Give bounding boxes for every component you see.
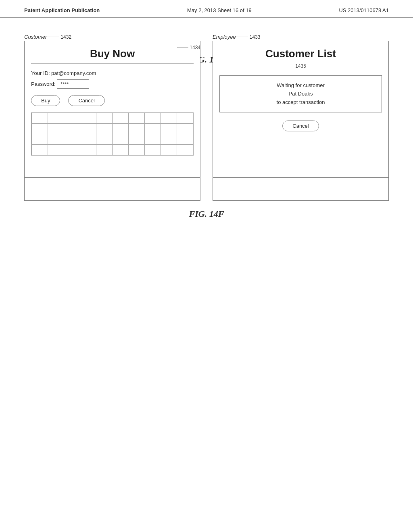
employee-screen-1433: Employee 1433 Customer List 1435 Waiting… <box>213 34 389 178</box>
cancel-button-employee-1433[interactable]: Cancel <box>282 121 319 131</box>
figure-14e-section: Customer 1432 Buy Now Your ID: pat@compa… <box>24 34 389 65</box>
screen-number-1432: 1432 <box>47 34 71 40</box>
keyboard-grid[interactable] <box>31 112 194 156</box>
cancel-button-customer[interactable]: Cancel <box>68 95 104 106</box>
keyboard-table <box>31 113 193 155</box>
keyboard-row-1 <box>32 113 193 124</box>
page-header: Patent Application Publication May 2, 20… <box>0 0 413 18</box>
main-content: Customer 1432 Buy Now Your ID: pat@compa… <box>0 18 413 251</box>
divider-1 <box>31 63 194 64</box>
employee-screen-box-1433: Customer List 1435 Waiting for customer … <box>213 41 389 178</box>
header-patent-number: US 2013/0110678 A1 <box>339 7 389 13</box>
id-field: Your ID: pat@company.com <box>31 70 194 76</box>
employee-label: Employee <box>213 34 236 40</box>
figure-14f-caption: FIG. 14F <box>24 209 389 219</box>
password-input[interactable]: **** <box>57 79 89 89</box>
header-date-sheet: May 2, 2013 Sheet 16 of 19 <box>187 7 252 13</box>
customer-label: Customer <box>24 34 47 40</box>
buy-button[interactable]: Buy <box>31 95 60 106</box>
subtitle-number-1435: 1435 <box>219 63 382 69</box>
screen-number-1433: 1433 <box>236 34 261 40</box>
customer-screen-box-1432: Buy Now Your ID: pat@company.com Passwor… <box>24 41 200 178</box>
password-field-row: Password: **** <box>31 79 194 89</box>
customer-label-row: Customer 1432 <box>24 34 71 40</box>
waiting-message-box: Waiting for customer Pat Doaks to accept… <box>219 75 382 112</box>
figure-14e-diagrams: Customer 1432 Buy Now Your ID: pat@compa… <box>24 34 389 178</box>
waiting-line-2: Pat Doaks <box>227 90 374 98</box>
employee-label-row: Employee 1433 <box>213 34 261 40</box>
customer-screen-1432: Customer 1432 Buy Now Your ID: pat@compa… <box>24 34 200 178</box>
customer-screen-title-1432: Buy Now <box>31 48 194 60</box>
keyboard-row-3 <box>32 134 193 145</box>
employee-screen-title-1433: Customer List <box>219 48 382 60</box>
header-publication: Patent Application Publication <box>24 7 100 13</box>
employee-cancel-row: Cancel <box>219 121 382 131</box>
waiting-line-3: to accept transaction <box>227 98 374 107</box>
waiting-line-1: Waiting for customer <box>227 81 374 90</box>
keyboard-row-2 <box>32 124 193 134</box>
password-label: Password: <box>31 81 56 87</box>
buy-cancel-row: Buy Cancel <box>31 95 194 106</box>
keyboard-row-4 <box>32 145 193 155</box>
